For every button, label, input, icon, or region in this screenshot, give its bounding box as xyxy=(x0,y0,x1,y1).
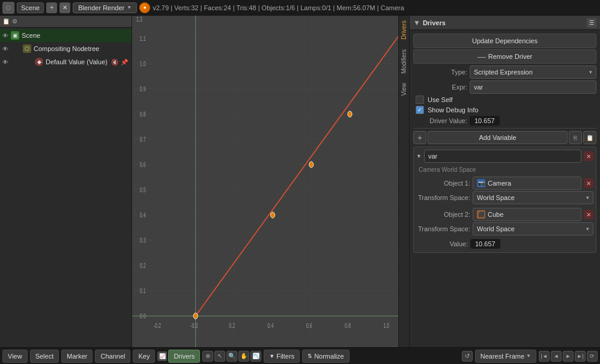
frame-icon-3[interactable]: ► xyxy=(563,351,574,362)
object1-label: Object 1: xyxy=(416,180,470,187)
svg-text:-0.2: -0.2 xyxy=(154,323,161,330)
channel-btn[interactable]: Channel xyxy=(95,350,130,363)
drivers-btn-group: 📈 Drivers xyxy=(157,350,200,363)
drivers-menu-icon[interactable]: ☰ xyxy=(587,18,596,28)
var-value-row: Value: 10.657 xyxy=(416,239,593,249)
filters-label: Filters xyxy=(276,353,294,360)
show-debug-checkbox[interactable]: ✓ xyxy=(416,106,424,114)
vertical-tabs: Drivers Modifiers View xyxy=(398,16,409,347)
drivers-bottom-btn[interactable]: Drivers xyxy=(168,350,200,363)
object2-close-btn[interactable]: ✕ xyxy=(584,210,593,219)
expr-row: Expr: var xyxy=(413,80,596,94)
frame-icon-4[interactable]: ►| xyxy=(575,351,586,362)
nearest-frame-arrow: ▼ xyxy=(526,353,531,359)
var-value-label: Value: xyxy=(416,240,470,247)
drivers-bottom-label: Drivers xyxy=(174,353,195,360)
svg-point-24 xyxy=(271,212,275,218)
use-self-checkbox[interactable] xyxy=(416,96,424,104)
outliner-scene-label: Scene xyxy=(22,32,40,39)
normalize-icon: ⇅ xyxy=(308,353,312,359)
select-btn[interactable]: Select xyxy=(30,350,59,363)
left-panel: 📋 ⚙ 👁 ▣ Scene 👁 ⬡ Compositing Nodetree 👁 xyxy=(0,16,132,347)
cursor-icon-btn[interactable]: ⊕ xyxy=(202,351,213,362)
svg-text:0.2: 0.2 xyxy=(229,323,235,330)
graph-svg[interactable]: 0.0 0.1 0.2 0.3 0.4 0.5 0.6 0.7 0.8 0.9 … xyxy=(132,16,409,347)
select-btn-label: Select xyxy=(35,353,54,360)
pin-icon[interactable]: 📌 xyxy=(121,59,128,65)
transform-space1-value: World Space xyxy=(477,194,515,201)
center-panel: 0.0 0.1 0.2 0.3 0.4 0.5 0.6 0.7 0.8 0.9 … xyxy=(132,16,409,347)
visibility-icon-scene[interactable]: 👁 xyxy=(2,32,8,39)
minus-icon: — xyxy=(477,52,486,61)
close-scene-icon[interactable]: ✕ xyxy=(59,2,70,13)
visibility-icon-compositing[interactable]: 👁 xyxy=(2,46,8,52)
paste-icon-btn[interactable]: 📋 xyxy=(583,131,596,144)
channel-btn-label: Channel xyxy=(100,353,125,360)
nearest-frame-btn[interactable]: Nearest Frame ▼ xyxy=(475,350,536,363)
svg-text:1.3: 1.3 xyxy=(136,16,142,23)
tab-view[interactable]: View xyxy=(399,78,408,101)
marker-btn[interactable]: Marker xyxy=(61,350,92,363)
blender-logo: ● xyxy=(139,2,150,13)
var-name-field[interactable]: var xyxy=(424,150,581,163)
tab-drivers[interactable]: Drivers xyxy=(399,16,408,44)
var-close-btn[interactable]: ✕ xyxy=(584,151,593,161)
object1-value: Camera xyxy=(488,180,511,187)
object2-field[interactable]: ⬛ Cube xyxy=(473,208,581,221)
frame-icon-5[interactable]: ⟳ xyxy=(587,351,598,362)
object1-field[interactable]: 📷 Camera xyxy=(473,177,581,190)
object1-close-btn[interactable]: ✕ xyxy=(584,178,593,188)
expr-field[interactable]: var xyxy=(470,80,596,94)
frame-icon-2[interactable]: ◄ xyxy=(551,351,562,362)
var-expand-icon[interactable]: ▼ xyxy=(416,153,422,159)
transform-space1-field[interactable]: World Space ▾ xyxy=(473,191,593,204)
scene-title[interactable]: Scene xyxy=(17,2,44,13)
outliner-item-compositing[interactable]: 👁 ⬡ Compositing Nodetree xyxy=(0,42,132,55)
divider-1 xyxy=(413,128,596,129)
zoom-icon-btn[interactable]: 🔍 xyxy=(226,351,237,362)
marker-btn-label: Marker xyxy=(67,353,87,360)
graph2-icon-btn[interactable]: 📉 xyxy=(250,351,261,362)
tab-modifiers[interactable]: Modifiers xyxy=(399,44,408,79)
drivers-header-title: Drivers xyxy=(423,19,446,26)
update-dependencies-btn[interactable]: Update Dependencies xyxy=(413,34,596,48)
outliner-value-label: Default Value (Value) xyxy=(46,58,108,65)
filters-icon: ▼ xyxy=(269,353,274,359)
transform-space2-field[interactable]: World Space ▾ xyxy=(473,222,593,235)
add-scene-icon[interactable]: + xyxy=(46,2,57,13)
driver-value-label: Driver Value: xyxy=(413,117,470,124)
frame-icon-1[interactable]: |◄ xyxy=(539,351,550,362)
type-row: Type: Scripted Expression ▾ xyxy=(413,65,596,79)
camera-obj-icon: 📷 xyxy=(477,179,485,187)
expr-label: Expr: xyxy=(413,83,467,91)
key-btn[interactable]: Key xyxy=(133,350,155,363)
normalize-btn[interactable]: ⇅ Normalize xyxy=(302,350,350,363)
cube-obj-icon: ⬛ xyxy=(477,210,485,219)
engine-selector[interactable]: Blender Render ▼ xyxy=(73,2,137,13)
copy-icon-btn[interactable]: ⎘ xyxy=(569,131,582,144)
visibility-icon-value[interactable]: 👁 xyxy=(2,59,8,65)
nodetree-type-icon: ⬡ xyxy=(23,44,31,53)
filters-btn[interactable]: ▼ Filters xyxy=(264,350,300,363)
outliner-item-scene[interactable]: 👁 ▣ Scene xyxy=(0,29,132,42)
icon-btns: ⎘ 📋 xyxy=(569,131,596,144)
key-btn-label: Key xyxy=(138,353,150,360)
driver-value-display: 10.657 xyxy=(470,116,500,126)
remove-driver-label: Remove Driver xyxy=(488,53,532,60)
select-cursor-icon-btn[interactable]: ↖ xyxy=(214,351,225,362)
mute-icon[interactable]: 🔇 xyxy=(111,59,118,65)
sync-icon-btn[interactable]: ↺ xyxy=(462,351,473,362)
plus-btn[interactable]: + xyxy=(413,131,426,144)
hand-icon-btn[interactable]: ✋ xyxy=(238,351,249,362)
outliner-item-defaultvalue[interactable]: 👁 ◆ Default Value (Value) 🔇 📌 xyxy=(0,55,132,68)
type-field[interactable]: Scripted Expression ▾ xyxy=(470,65,596,79)
svg-point-23 xyxy=(193,313,198,319)
transform-space2-row: Transform Space: World Space ▾ xyxy=(416,222,593,235)
svg-text:0.6: 0.6 xyxy=(306,323,312,330)
svg-text:0.2: 0.2 xyxy=(140,262,146,270)
remove-driver-btn[interactable]: — Remove Driver xyxy=(413,49,596,64)
drivers-content: Update Dependencies — Remove Driver Type… xyxy=(410,30,600,258)
value-type-icon: ◆ xyxy=(35,58,43,66)
view-btn[interactable]: View xyxy=(2,350,28,363)
add-variable-btn[interactable]: Add Variable xyxy=(428,131,568,144)
